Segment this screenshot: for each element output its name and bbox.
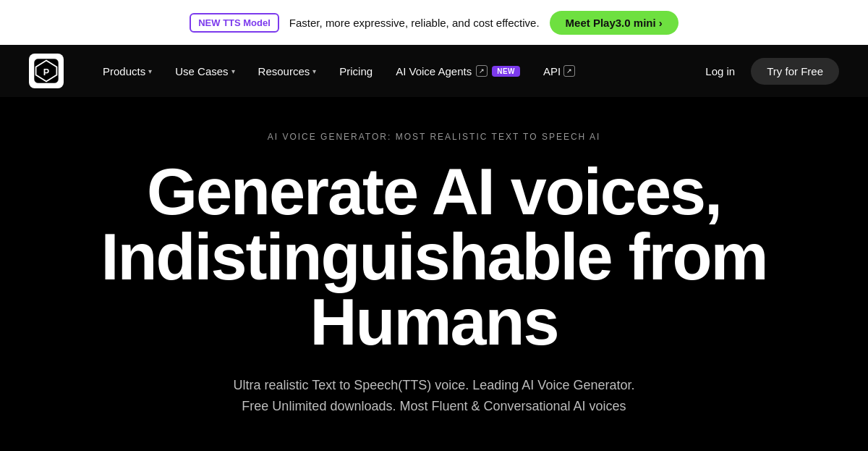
hero-section: AI VOICE GENERATOR: MOST REALISTIC TEXT … [0,97,868,417]
new-tts-badge: NEW TTS Model [190,13,279,33]
nav-item-ai-voice-agents[interactable]: AI Voice Agents ↗ NEW [386,59,530,83]
external-link-icon: ↗ [476,65,488,77]
announcement-bar: NEW TTS Model Faster, more expressive, r… [0,0,868,45]
logo[interactable]: P [29,54,64,88]
hero-title-line2: Indistinguishable from [101,221,767,293]
chevron-down-icon: ▾ [148,67,152,75]
chevron-down-icon: ▾ [231,67,235,75]
hero-title: Generate AI voices, Indistinguishable fr… [101,159,767,355]
nav-item-pricing[interactable]: Pricing [329,59,383,83]
hero-subtitle: AI VOICE GENERATOR: MOST REALISTIC TEXT … [268,132,601,142]
nav-links: Products ▾ Use Cases ▾ Resources ▾ Prici… [93,59,695,83]
nav-item-use-cases[interactable]: Use Cases ▾ [165,59,244,83]
announcement-text: Faster, more expressive, reliable, and c… [289,17,540,29]
nav-item-products[interactable]: Products ▾ [93,59,162,83]
hero-title-line3: Humans [310,286,558,358]
nav-item-resources[interactable]: Resources ▾ [248,59,327,83]
chevron-down-icon: ▾ [312,67,316,75]
hero-desc-text: Ultra realistic Text to Speech(TTS) voic… [234,378,635,413]
meet-play-button[interactable]: Meet Play3.0 mini › [550,11,678,35]
hero-description: Ultra realistic Text to Speech(TTS) voic… [234,375,635,417]
logo-box: P [29,54,64,88]
external-link-icon: ↗ [563,65,575,77]
new-badge: NEW [492,66,520,77]
svg-text:P: P [43,67,49,77]
navbar: P Products ▾ Use Cases ▾ Resources ▾ Pri… [0,45,868,97]
nav-item-api[interactable]: API ↗ [533,59,585,83]
nav-right: Log in Try for Free [695,58,839,85]
hero-title-line1: Generate AI voices, [147,156,721,228]
try-free-button[interactable]: Try for Free [751,58,839,85]
login-button[interactable]: Log in [695,59,745,83]
